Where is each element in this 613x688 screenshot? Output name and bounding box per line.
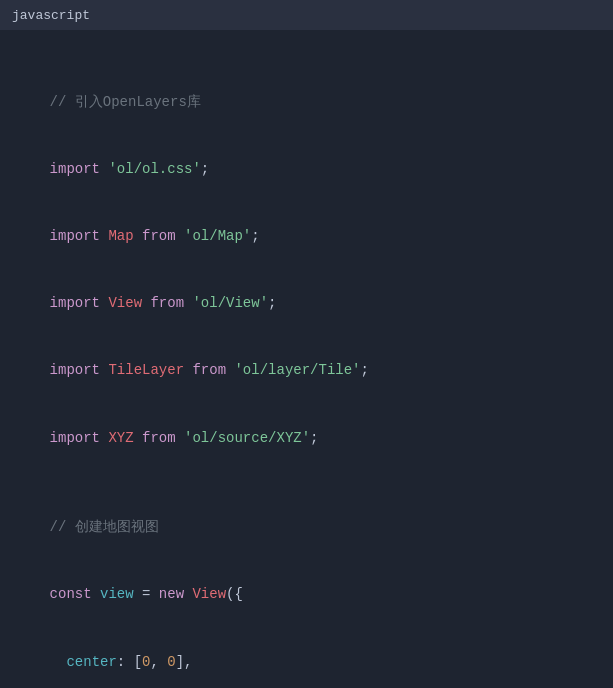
from-kw: from (142, 228, 176, 244)
plain: : [ (117, 654, 142, 670)
keyword: import (50, 161, 109, 177)
plain: ; (268, 295, 276, 311)
plain: ; (361, 362, 369, 378)
classname: TileLayer (108, 362, 184, 378)
plain: ({ (226, 586, 243, 602)
comment: // 引入OpenLayers库 (50, 94, 201, 110)
code-line: import TileLayer from 'ol/layer/Tile'; (16, 337, 597, 404)
plain: , (150, 654, 167, 670)
keyword: import (50, 362, 109, 378)
plain (176, 430, 184, 446)
language-label: javascript (12, 8, 90, 23)
keyword: const (50, 586, 100, 602)
plain (134, 228, 142, 244)
from-kw: from (150, 295, 184, 311)
property: center (66, 654, 116, 670)
plain: ; (251, 228, 259, 244)
code-line: import View from 'ol/View'; (16, 270, 597, 337)
blank-line (16, 46, 597, 68)
plain (50, 654, 67, 670)
plain: ; (201, 161, 209, 177)
comment: // 创建地图视图 (50, 519, 159, 535)
keyword: import (50, 295, 109, 311)
code-line: import XYZ from 'ol/source/XYZ'; (16, 404, 597, 471)
string: 'ol/Map' (184, 228, 251, 244)
blank-line (16, 471, 597, 493)
code-line: import Map from 'ol/Map'; (16, 203, 597, 270)
keyword: import (50, 228, 109, 244)
plain: ; (310, 430, 318, 446)
title-bar: javascript (0, 0, 613, 30)
plain (134, 430, 142, 446)
code-line: // 创建地图视图 (16, 494, 597, 561)
plain: ], (176, 654, 193, 670)
code-container: // 引入OpenLayers库 import 'ol/ol.css'; imp… (0, 30, 613, 688)
classname: Map (108, 228, 133, 244)
plain: = (134, 586, 159, 602)
string: 'ol/layer/Tile' (234, 362, 360, 378)
string: 'ol/View' (192, 295, 268, 311)
classname: XYZ (108, 430, 133, 446)
code-line: import 'ol/ol.css'; (16, 136, 597, 203)
from-kw: from (142, 430, 176, 446)
keyword: new (159, 586, 193, 602)
plain (176, 228, 184, 244)
from-kw: from (192, 362, 226, 378)
code-line: // 引入OpenLayers库 (16, 68, 597, 135)
string: 'ol/ol.css' (108, 161, 200, 177)
code-line: const view = new View({ (16, 561, 597, 628)
string: 'ol/source/XYZ' (184, 430, 310, 446)
classname: View (108, 295, 142, 311)
code-line: center: [0, 0], (16, 628, 597, 688)
number: 0 (167, 654, 175, 670)
variable: view (100, 586, 134, 602)
keyword: import (50, 430, 109, 446)
classname: View (192, 586, 226, 602)
